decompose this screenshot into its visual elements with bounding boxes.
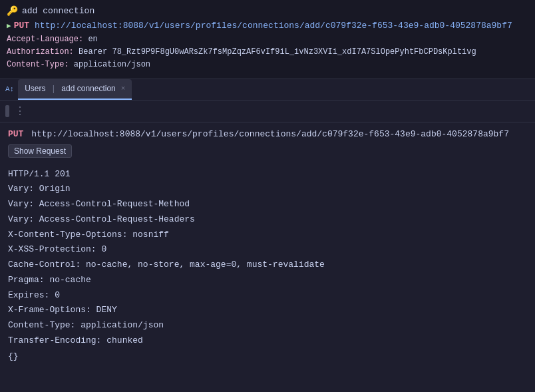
tab-separator: | bbox=[51, 84, 57, 94]
response-panel: ⋮ PUT http://localhost:8088/v1/users/pro… bbox=[0, 100, 535, 392]
response-url: http://localhost:8088/v1/users/profiles/… bbox=[31, 129, 509, 139]
tab-close-button[interactable]: × bbox=[121, 85, 126, 93]
response-header-vary-origin: Vary: Origin bbox=[8, 182, 527, 197]
response-method-badge: PUT bbox=[8, 129, 23, 139]
more-options-button[interactable]: ⋮ bbox=[15, 104, 25, 118]
request-line: ▶ PUT http://localhost:8088/v1/users/pro… bbox=[7, 21, 528, 31]
response-header-content-type: Content-Type: application/json bbox=[8, 318, 527, 333]
response-header-expires: Expires: 0 bbox=[8, 288, 527, 303]
request-url: http://localhost:8088/v1/users/profiles/… bbox=[35, 21, 512, 31]
response-header-cache-control: Cache-Control: no-cache, no-store, max-a… bbox=[8, 258, 527, 273]
tab-users-label: Users bbox=[25, 84, 45, 93]
panel-title-text: add connection bbox=[22, 6, 94, 16]
response-header-vary-method: Vary: Access-Control-Request-Method bbox=[8, 197, 527, 212]
key-icon: 🔑 bbox=[7, 5, 18, 17]
tab-connection-label: add connection bbox=[61, 84, 115, 93]
response-header-xcto: X-Content-Type-Options: nosniff bbox=[8, 228, 527, 243]
response-header-vary-headers: Vary: Access-Control-Request-Headers bbox=[8, 212, 527, 228]
content-area: PUT http://localhost:8088/v1/users/profi… bbox=[0, 122, 535, 392]
response-header-xxss: X-XSS-Protection: 0 bbox=[8, 242, 527, 258]
play-icon[interactable]: ▶ bbox=[7, 21, 11, 30]
panel-title: 🔑 add connection bbox=[7, 5, 528, 17]
sort-icon: A↕ bbox=[5, 85, 14, 93]
header-accept-language: Accept-Language: en bbox=[7, 33, 528, 46]
response-header-transfer-encoding: Transfer-Encoding: chunked bbox=[8, 333, 527, 349]
header-authorization: Authorization: Bearer 78_Rzt9P9F8gU0wARs… bbox=[7, 46, 528, 59]
response-header-pragma: Pragma: no-cache bbox=[8, 273, 527, 288]
toolbar-row: ⋮ bbox=[0, 100, 535, 122]
response-headers: HTTP/1.1 201 Vary: Origin Vary: Access-C… bbox=[8, 167, 527, 349]
show-request-button[interactable]: Show Request bbox=[8, 144, 72, 158]
auth-value: Bearer 78_Rzt9P9F8gU0wARsZk7fsMpZqzAF6vI… bbox=[74, 47, 476, 57]
response-header-xframe: X-Frame-Options: DENY bbox=[8, 303, 527, 318]
tab-users-add-connection[interactable]: Users | add connection × bbox=[18, 79, 132, 100]
response-status-line: HTTP/1.1 201 bbox=[8, 167, 527, 182]
drag-handle bbox=[5, 105, 9, 117]
header-content-type: Content-Type: application/json bbox=[7, 59, 528, 71]
http-method-badge: PUT bbox=[14, 21, 29, 31]
response-body-json: {} bbox=[8, 351, 527, 361]
response-request-url: PUT http://localhost:8088/v1/users/profi… bbox=[8, 129, 527, 139]
tab-bar: A↕ Users | add connection × bbox=[0, 79, 535, 100]
top-request-panel: 🔑 add connection ▶ PUT http://localhost:… bbox=[0, 0, 535, 79]
